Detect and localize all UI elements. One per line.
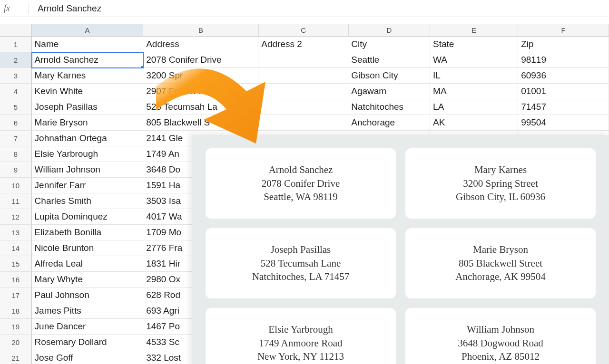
address-label-card: Mary Karnes3200 Spring StreetGibson City… [405,148,596,219]
cell[interactable]: 2907 Frank A [143,84,258,99]
labels-preview-overlay: Arnold Sanchez2078 Conifer DriveSeattle,… [192,135,609,364]
row-header[interactable]: 13 [0,225,32,240]
cell[interactable]: William Johnson [32,162,144,178]
column-header-C[interactable]: C [259,24,349,37]
cell[interactable]: 01001 [518,84,609,99]
row-header[interactable]: 21 [0,350,32,364]
cell[interactable]: Charles Smith [32,193,144,209]
toolbar-spacer [0,17,609,24]
row-header[interactable]: 14 [0,240,32,256]
cell[interactable] [258,68,348,84]
cell[interactable]: Address 2 [258,37,348,52]
cell[interactable]: Kevin White [32,84,144,99]
cell[interactable]: June Dancer [32,319,144,335]
row-header[interactable]: 5 [0,99,32,115]
table-row: 1NameAddressAddress 2CityStateZip [0,37,609,52]
cell[interactable]: Natchitoches [348,99,430,115]
cell[interactable]: AK [430,115,518,131]
cell[interactable]: Anchorage [348,115,430,131]
cell[interactable]: Elizabeth Bonilla [32,225,144,240]
row-header[interactable]: 17 [0,287,32,303]
cell[interactable] [258,84,348,99]
cell[interactable]: Agawam [348,84,430,99]
cell[interactable]: Marie Bryson [32,115,144,131]
cell[interactable]: 60936 [518,68,609,84]
row-header[interactable]: 11 [0,193,32,209]
cell[interactable]: IL [430,68,518,84]
cell[interactable] [258,52,348,68]
address-label-card: Arnold Sanchez2078 Conifer DriveSeattle,… [206,148,396,219]
column-header-F[interactable]: F [518,24,609,37]
column-header-B[interactable]: B [143,24,258,37]
table-row: 6Marie Bryson805 Blackwell SAnchorageAK9… [0,115,609,131]
cell[interactable]: Seattle [348,52,430,68]
select-all-corner[interactable] [0,24,32,37]
label-name: Marie Bryson [473,243,528,256]
cell[interactable]: State [430,37,518,52]
cell[interactable] [258,99,348,115]
row-header[interactable]: 20 [0,335,32,350]
cell[interactable]: 805 Blackwell S [143,115,258,131]
cell[interactable]: Arnold Sanchez [32,52,144,68]
row-header[interactable]: 3 [0,68,32,84]
cell[interactable]: Mary Karnes [32,68,144,84]
cell[interactable]: 98119 [518,52,609,68]
row-header[interactable]: 9 [0,162,32,178]
cell[interactable]: 3200 Spr [143,68,258,84]
cell[interactable]: WA [430,52,518,68]
row-header[interactable]: 8 [0,146,32,162]
cell[interactable]: Elsie Yarbrough [32,146,144,162]
cell[interactable]: Address [143,37,258,52]
address-label-card: Joseph Pasillas528 Tecumsah LaneNatchito… [206,228,396,298]
row-header[interactable]: 7 [0,131,32,146]
row-header[interactable]: 4 [0,84,32,99]
table-row: 4Kevin White2907 Frank AAgawamMA01001 [0,84,609,99]
row-header[interactable]: 16 [0,272,32,287]
column-header-E[interactable]: E [430,24,518,37]
cell[interactable]: 71457 [518,99,609,115]
cell[interactable]: Rosemary Dollard [32,335,144,350]
cell[interactable]: Mary Whyte [32,272,144,287]
row-header[interactable]: 6 [0,115,32,131]
cell[interactable]: 2078 Conifer Drive [143,52,258,68]
table-row: 2Arnold Sanchez2078 Conifer DriveSeattle… [0,52,609,68]
column-header-A[interactable]: A [32,24,144,37]
cell[interactable]: Gibson City [348,68,430,84]
cell[interactable]: Joseph Pasillas [32,99,144,115]
row-header[interactable]: 18 [0,303,32,319]
cell[interactable]: City [348,37,430,52]
selection-handle[interactable] [141,66,143,68]
formula-bar: fx [0,0,609,17]
cell[interactable]: Jennifer Farr [32,178,144,193]
row-header[interactable]: 2 [0,52,32,68]
label-address: 3648 Dogwood Road [458,336,543,350]
column-header-D[interactable]: D [349,24,431,37]
cell[interactable] [258,115,348,131]
label-name: Mary Karnes [474,163,527,176]
cell[interactable]: 528 Tecumsah La [143,99,258,115]
row-header[interactable]: 15 [0,256,32,272]
cell[interactable]: 99504 [518,115,609,131]
cell[interactable]: MA [430,84,518,99]
label-name: Joseph Pasillas [271,243,331,256]
label-city-state-zip: Phoenix, AZ 85012 [462,350,540,363]
formula-input[interactable] [37,3,609,14]
cell[interactable]: Johnathan Ortega [32,131,144,146]
cell[interactable]: Paul Johnson [32,287,144,303]
row-header[interactable]: 10 [0,178,32,193]
cell[interactable]: Jose Goff [32,350,144,364]
row-header[interactable]: 19 [0,319,32,335]
row-header[interactable]: 1 [0,37,32,52]
cell[interactable]: Lupita Dominquez [32,209,144,225]
cell[interactable]: LA [430,99,518,115]
cell[interactable]: Nicole Brunton [32,240,144,256]
fx-icon[interactable]: fx [4,3,29,13]
label-city-state-zip: Gibson City, IL 60936 [456,190,545,203]
cell[interactable]: Zip [518,37,609,52]
cell[interactable]: Alfreda Leal [32,256,144,272]
cell[interactable]: James Pitts [32,303,144,319]
label-address: 805 Blackwell Street [459,257,542,270]
row-header[interactable]: 12 [0,209,32,225]
label-city-state-zip: Seattle, WA 98119 [264,190,338,203]
cell[interactable]: Name [32,37,144,52]
